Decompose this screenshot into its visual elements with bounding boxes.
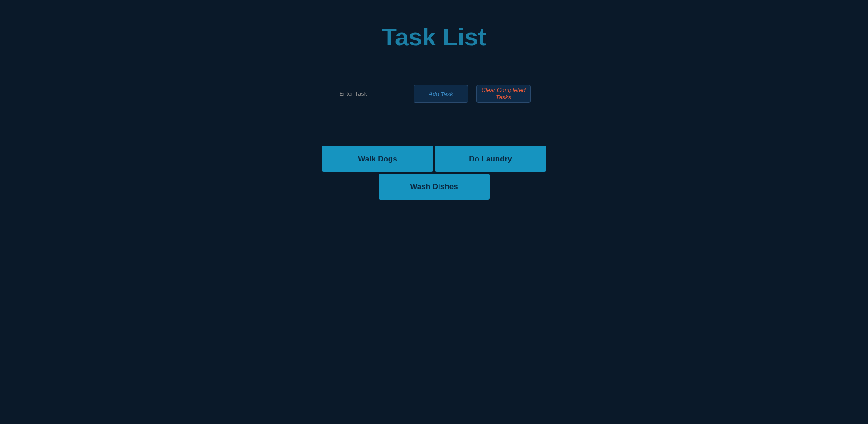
- add-task-button[interactable]: Add Task: [414, 85, 468, 103]
- clear-completed-button[interactable]: Clear Completed Tasks: [476, 85, 531, 103]
- task-card[interactable]: Wash Dishes: [379, 174, 490, 200]
- task-grid: Walk Dogs Do Laundry Wash Dishes: [316, 146, 552, 200]
- page-title: Task List: [382, 23, 486, 51]
- task-card[interactable]: Walk Dogs: [322, 146, 433, 172]
- task-input[interactable]: [337, 87, 405, 101]
- task-card[interactable]: Do Laundry: [435, 146, 546, 172]
- controls-row: Add Task Clear Completed Tasks: [337, 85, 531, 103]
